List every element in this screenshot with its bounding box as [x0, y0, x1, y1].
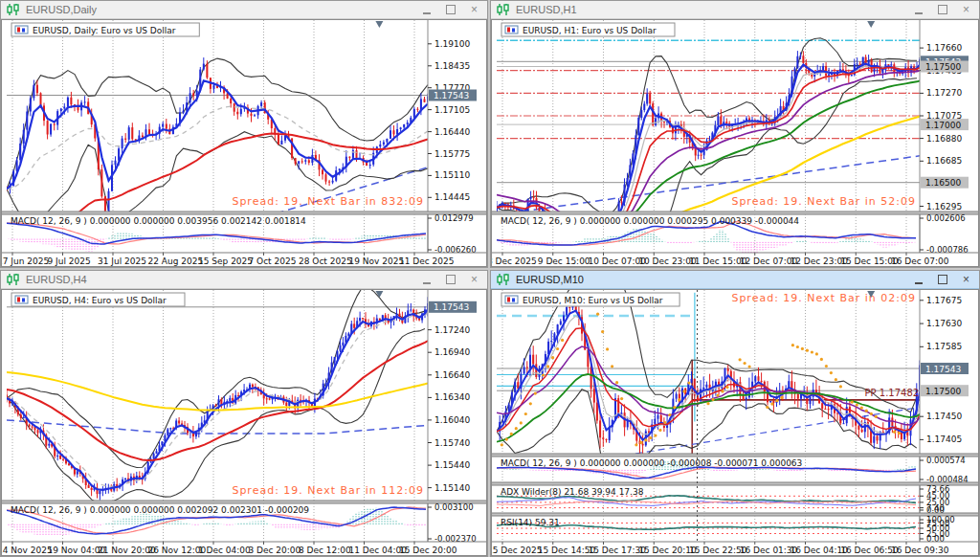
app-chart-icon: [7, 274, 21, 285]
svg-text:1.19100: 1.19100: [434, 39, 470, 49]
window-title: EURUSD,H4: [26, 274, 87, 285]
window-titlebar[interactable]: EURUSD,Daily ×: [1, 1, 487, 19]
svg-text:1.16640: 1.16640: [434, 370, 470, 380]
svg-text:28 Oct 2025: 28 Oct 2025: [299, 256, 352, 266]
window-titlebar[interactable]: EURUSD,H1 ×: [491, 1, 979, 19]
close-icon[interactable]: ×: [471, 4, 478, 15]
svg-text:1.16940: 1.16940: [434, 347, 470, 357]
svg-text:10 Dec 23:00: 10 Dec 23:00: [638, 256, 697, 266]
svg-text:1.14445: 1.14445: [434, 192, 470, 202]
svg-text:16 Dec 04:10: 16 Dec 04:10: [791, 546, 849, 555]
maximize-icon[interactable]: [938, 5, 947, 14]
svg-text:15 Dec 20:10: 15 Dec 20:10: [638, 546, 697, 555]
svg-text:1.18435: 1.18435: [434, 61, 470, 71]
svg-text:31 Jul 2025: 31 Jul 2025: [98, 256, 146, 266]
chart-canvas-m10[interactable]: Spread: 19. Next Bar in 02:09PP 1.17482E…: [491, 289, 979, 556]
svg-text:1.16440: 1.16440: [434, 127, 470, 137]
chart-window-m10: EURUSD,M10 × Spread: 19. Next Bar in 02:…: [490, 270, 980, 557]
svg-text:Spread: 19. Next Bar in 112:09: Spread: 19. Next Bar in 112:09: [232, 484, 424, 497]
svg-text:10 Dec 07:00: 10 Dec 07:00: [589, 256, 647, 266]
svg-text:MACD( 12, 26, 9 ) 0.000000 0.0: MACD( 12, 26, 9 ) 0.000000 0.000000 0.00…: [11, 216, 306, 226]
svg-text:1.16500: 1.16500: [925, 178, 961, 188]
svg-text:0.012979: 0.012979: [434, 213, 474, 223]
svg-text:15 Dec 2025: 15 Dec 2025: [491, 546, 543, 555]
maximize-icon[interactable]: [938, 275, 947, 284]
close-icon[interactable]: ×: [963, 274, 969, 285]
svg-text:15 Dec 14:50: 15 Dec 14:50: [538, 546, 596, 555]
svg-text:1.17675: 1.17675: [926, 296, 962, 305]
svg-text:PP 1.17482: PP 1.17482: [865, 388, 920, 398]
svg-text:0.003100: 0.003100: [434, 502, 474, 512]
window-titlebar[interactable]: EURUSD,H4 ×: [1, 271, 487, 289]
svg-text:11 Dec 15:00: 11 Dec 15:00: [689, 256, 747, 266]
chart-canvas-h4[interactable]: Spread: 19. Next Bar in 112:09EURUSD, H4…: [1, 289, 487, 556]
chart-canvas-h1[interactable]: Spread: 19. Next Bar in 52:09EURUSD, H1:…: [491, 19, 979, 267]
svg-text:15 Dec 20:00: 15 Dec 20:00: [399, 546, 457, 555]
svg-text:1.17660: 1.17660: [926, 43, 962, 53]
svg-text:1.17405: 1.17405: [926, 434, 962, 444]
svg-text:1.17105: 1.17105: [434, 105, 470, 115]
svg-text:EURUSD, H1: Euro vs US Dollar: EURUSD, H1: Euro vs US Dollar: [523, 26, 657, 35]
svg-text:7 Oct 2025: 7 Oct 2025: [249, 256, 297, 266]
svg-text:0.000574: 0.000574: [926, 456, 966, 465]
svg-text:RSI(14) 59.31: RSI(14) 59.31: [501, 518, 560, 527]
window-title: EURUSD,Daily: [26, 4, 97, 15]
svg-text:12 Dec 07:00: 12 Dec 07:00: [740, 256, 798, 266]
svg-text:1.17450: 1.17450: [926, 412, 962, 421]
svg-text:1.17500: 1.17500: [925, 62, 961, 72]
svg-text:1.16295: 1.16295: [926, 202, 962, 212]
svg-text:12 Dec 23:00: 12 Dec 23:00: [791, 256, 849, 266]
window-title: EURUSD,H1: [516, 4, 577, 15]
svg-text:19 Nov 2025: 19 Nov 2025: [349, 256, 405, 266]
minimize-icon[interactable]: [423, 5, 431, 14]
svg-text:11 Dec 2025: 11 Dec 2025: [399, 256, 455, 266]
app-chart-icon: [497, 274, 511, 285]
svg-text:15 Sep 2025: 15 Sep 2025: [198, 256, 253, 266]
svg-text:1.16880: 1.16880: [926, 134, 962, 144]
svg-text:8 Dec 12:00: 8 Dec 12:00: [299, 546, 351, 555]
close-icon[interactable]: ×: [963, 4, 969, 15]
svg-text:16 Dec 07:00: 16 Dec 07:00: [891, 256, 949, 266]
svg-text:1.15140: 1.15140: [434, 483, 470, 493]
svg-text:16 Dec 01:30: 16 Dec 01:30: [740, 546, 798, 555]
svg-text:1.16040: 1.16040: [434, 415, 470, 425]
svg-text:1.17000: 1.17000: [925, 121, 961, 130]
minimize-icon[interactable]: [915, 5, 923, 14]
svg-text:1.15110: 1.15110: [434, 170, 470, 180]
svg-text:0.002606: 0.002606: [926, 213, 966, 223]
svg-text:1.17543: 1.17543: [434, 302, 469, 312]
svg-text:Spread: 19. Next Bar in 832:09: Spread: 19. Next Bar in 832:09: [232, 195, 424, 208]
chart-canvas-daily[interactable]: Spread: 19. Next Bar in 832:09EURUSD, Da…: [1, 19, 487, 267]
svg-text:Spread: 19. Next Bar in 52:09: Spread: 19. Next Bar in 52:09: [731, 195, 916, 208]
minimize-icon[interactable]: [423, 275, 431, 284]
app-chart-icon: [7, 4, 21, 15]
svg-text:EURUSD, Daily: Euro vs US Dol: EURUSD, Daily: Euro vs US Dollar: [33, 26, 176, 35]
svg-text:ADX Wilder(8) 21.68 39.94 17.3: ADX Wilder(8) 21.68 39.94 17.38: [501, 487, 644, 497]
svg-text:14 Nov 2025: 14 Nov 2025: [1, 546, 53, 555]
chart-window-h4: EURUSD,H4 × Spread: 19. Next Bar in 112:…: [0, 270, 488, 557]
svg-text:1.17240: 1.17240: [434, 325, 470, 335]
svg-text:1.17543: 1.17543: [434, 91, 469, 100]
svg-text:EURUSD, H4: Euro vs US Dollar: EURUSD, H4: Euro vs US Dollar: [33, 296, 167, 305]
svg-text:9 Dec 15:00: 9 Dec 15:00: [538, 256, 590, 266]
svg-text:16 Dec 06:50: 16 Dec 06:50: [840, 546, 899, 555]
svg-text:1.17585: 1.17585: [926, 342, 962, 351]
app-chart-icon: [497, 4, 511, 15]
window-title: EURUSD,M10: [516, 274, 584, 285]
svg-text:1.16685: 1.16685: [926, 156, 962, 166]
window-titlebar[interactable]: EURUSD,M10 ×: [491, 271, 979, 289]
maximize-icon[interactable]: [446, 5, 456, 14]
svg-text:22 Aug 2025: 22 Aug 2025: [148, 256, 204, 266]
minimize-icon[interactable]: [915, 275, 923, 284]
svg-text:15 Dec 15:00: 15 Dec 15:00: [840, 256, 899, 266]
svg-text:1.17500: 1.17500: [925, 387, 961, 396]
svg-text:15 Dec 22:50: 15 Dec 22:50: [689, 546, 747, 555]
svg-text:3 Dec 20:00: 3 Dec 20:00: [249, 546, 301, 555]
svg-text:1.15740: 1.15740: [434, 438, 470, 448]
close-icon[interactable]: ×: [471, 274, 478, 285]
svg-text:MACD( 12, 26, 9 ) 0.000000 0.0: MACD( 12, 26, 9 ) 0.000000 0.000000 -0.0…: [501, 458, 802, 468]
maximize-icon[interactable]: [446, 275, 456, 284]
svg-text:1.15775: 1.15775: [434, 149, 470, 159]
svg-text:Spread: 19. Next Bar in 02:09: Spread: 19. Next Bar in 02:09: [731, 292, 916, 304]
svg-text:MACD( 12, 26, 9 ) 0.000000 0.0: MACD( 12, 26, 9 ) 0.000000 0.000000 0.00…: [501, 216, 799, 226]
